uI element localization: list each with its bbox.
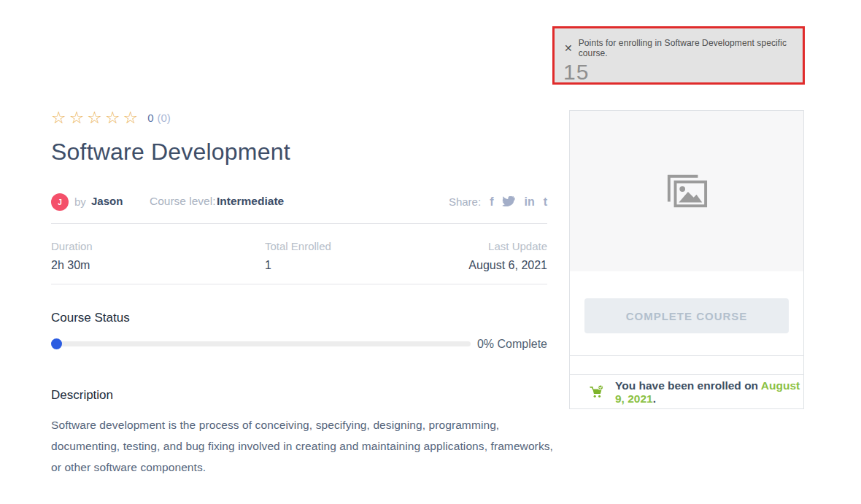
star-icon: ☆ xyxy=(69,109,85,126)
enrolled-suffix: . xyxy=(653,392,656,405)
divider xyxy=(51,284,547,284)
avatar: J xyxy=(51,193,69,211)
points-notification-toast: ✕ Points for enrolling in Software Devel… xyxy=(552,26,805,85)
star-icon: ☆ xyxy=(105,109,120,126)
points-value: 15 xyxy=(555,58,803,85)
meta-label: Duration xyxy=(51,240,93,252)
rating-value: 0 xyxy=(147,112,153,124)
share-group: Share: f in t xyxy=(449,195,547,208)
star-icon: ☆ xyxy=(87,109,102,126)
rating-count: (0) xyxy=(157,112,170,124)
card-spacer xyxy=(570,356,803,374)
image-placeholder-icon xyxy=(665,172,708,210)
close-icon[interactable]: ✕ xyxy=(564,43,573,53)
course-level-label: Course level: xyxy=(150,195,215,208)
meta-duration: Duration 2h 30m xyxy=(51,240,93,272)
card-button-zone: COMPLETE COURSE xyxy=(570,271,803,355)
meta-value: 2h 30m xyxy=(51,259,93,272)
author-row: J by Jason Course level: Intermediate Sh… xyxy=(51,193,547,212)
notification-message: Points for enrolling in Software Develop… xyxy=(579,38,792,58)
description-body: Software development is the process of c… xyxy=(51,414,555,478)
meta-label: Last Update xyxy=(468,240,547,252)
star-icon: ☆ xyxy=(51,109,66,126)
star-icon: ☆ xyxy=(123,109,139,126)
course-status-heading: Course Status xyxy=(51,311,130,325)
enrolled-prefix: You have been enrolled on xyxy=(615,379,761,392)
meta-value: August 6, 2021 xyxy=(468,259,547,272)
meta-label: Total Enrolled xyxy=(265,240,331,252)
description-heading: Description xyxy=(51,388,113,403)
enrolled-status-row: You have been enrolled on August 9, 2021… xyxy=(570,375,803,409)
linkedin-icon[interactable]: in xyxy=(524,196,534,208)
rating-row: ☆ ☆ ☆ ☆ ☆ 0 (0) xyxy=(51,109,171,126)
enrolled-message: You have been enrolled on August 9, 2021… xyxy=(615,379,803,406)
author-name-link[interactable]: Jason xyxy=(91,195,123,207)
course-sidebar-card: COMPLETE COURSE You have been enrolled o… xyxy=(569,110,804,409)
share-label: Share: xyxy=(449,195,481,208)
course-page: ✕ Points for enrolling in Software Devel… xyxy=(0,0,861,504)
complete-course-button[interactable]: COMPLETE COURSE xyxy=(584,298,789,333)
facebook-icon[interactable]: f xyxy=(490,196,493,208)
page-title: Software Development xyxy=(51,139,290,166)
divider xyxy=(51,223,547,224)
progress-percent-label: 0% Complete xyxy=(51,338,547,351)
cart-check-icon xyxy=(589,384,605,400)
by-label: by xyxy=(74,195,86,208)
meta-value: 1 xyxy=(265,259,331,272)
course-level-value: Intermediate xyxy=(217,195,284,208)
meta-last-update: Last Update August 6, 2021 xyxy=(468,240,547,272)
meta-total-enrolled: Total Enrolled 1 xyxy=(265,240,331,272)
twitter-icon[interactable] xyxy=(502,196,515,207)
tumblr-icon[interactable]: t xyxy=(544,196,547,208)
course-thumbnail-placeholder xyxy=(570,111,803,271)
